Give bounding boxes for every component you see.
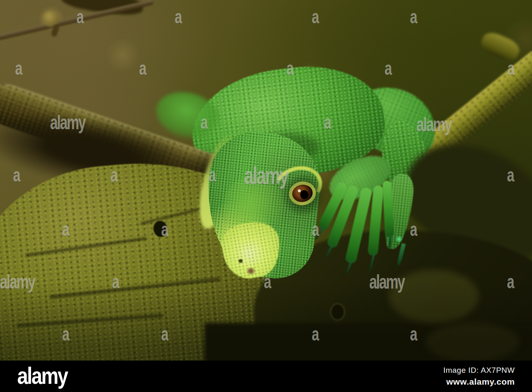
alamy-logo: alamy [17, 364, 68, 388]
lizard-nostril [239, 259, 243, 263]
watermark-a: a [385, 59, 392, 78]
finger-claw [314, 227, 324, 240]
lizard-pupil [300, 190, 309, 200]
moss-patch [426, 323, 520, 361]
watermark-a: a [312, 8, 319, 26]
image-id-label: Image ID: AX7PNW [443, 366, 515, 375]
watermark-a: a [15, 59, 22, 78]
log-knot-hole [331, 305, 344, 319]
branch-knob [478, 29, 523, 64]
moss-patch [389, 270, 479, 323]
watermark-a: a [175, 8, 182, 26]
watermark-a: a [139, 59, 146, 78]
footer-meta: Image ID: AX7PNW www.alamy.com [443, 366, 515, 387]
lizard-photo: a a a a a a a a a a a a a a a a a a a a … [0, 0, 532, 361]
stock-photo-page: a a a a a a a a a a a a a a a a a a a a … [0, 0, 532, 392]
watermark-a: a [410, 8, 417, 26]
alamy-website-url: www.alamy.com [443, 377, 515, 387]
alamy-footer-bar: alamy Image ID: AX7PNW www.alamy.com [0, 361, 532, 392]
toe-highlight [395, 235, 403, 243]
snout-tip-spot [246, 268, 256, 274]
